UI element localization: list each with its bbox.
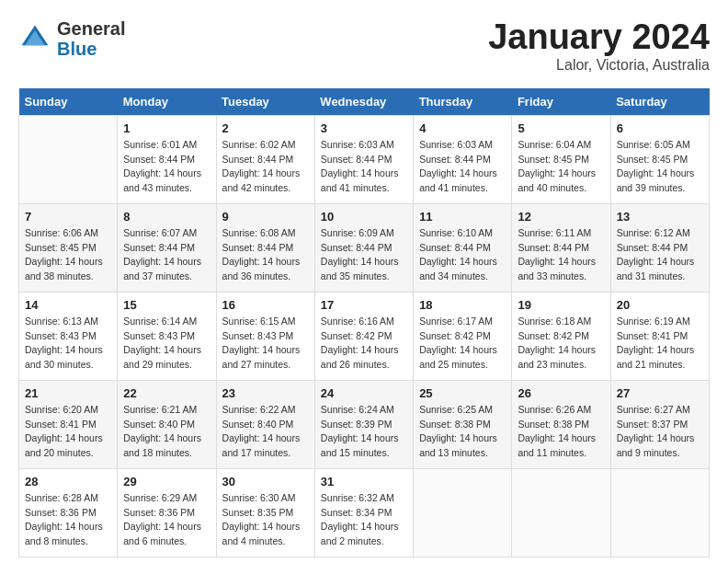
day-number: 23 <box>222 386 309 400</box>
day-info: Sunrise: 6:30 AM Sunset: 8:35 PM Dayligh… <box>222 491 309 549</box>
calendar-cell: 15Sunrise: 6:14 AM Sunset: 8:43 PM Dayli… <box>118 292 216 380</box>
day-info: Sunrise: 6:04 AM Sunset: 8:45 PM Dayligh… <box>518 138 604 196</box>
calendar-cell: 9Sunrise: 6:08 AM Sunset: 8:44 PM Daylig… <box>216 203 314 292</box>
day-info: Sunrise: 6:21 AM Sunset: 8:40 PM Dayligh… <box>123 403 210 461</box>
day-number: 20 <box>617 298 703 312</box>
day-number: 22 <box>123 386 210 400</box>
calendar-cell: 19Sunrise: 6:18 AM Sunset: 8:42 PM Dayli… <box>512 292 610 380</box>
day-header-thursday: Thursday <box>414 88 512 116</box>
calendar-cell: 22Sunrise: 6:21 AM Sunset: 8:40 PM Dayli… <box>118 380 216 468</box>
location: Lalor, Victoria, Australia <box>488 57 710 74</box>
calendar-cell: 21Sunrise: 6:20 AM Sunset: 8:41 PM Dayli… <box>19 380 118 468</box>
day-info: Sunrise: 6:16 AM Sunset: 8:42 PM Dayligh… <box>321 315 407 373</box>
calendar-cell: 12Sunrise: 6:11 AM Sunset: 8:44 PM Dayli… <box>512 203 610 292</box>
calendar-cell: 28Sunrise: 6:28 AM Sunset: 8:36 PM Dayli… <box>19 468 118 557</box>
calendar-cell <box>414 468 512 557</box>
day-number: 9 <box>222 210 309 224</box>
day-info: Sunrise: 6:11 AM Sunset: 8:44 PM Dayligh… <box>518 226 604 284</box>
calendar-week-row: 21Sunrise: 6:20 AM Sunset: 8:41 PM Dayli… <box>19 380 710 468</box>
day-number: 14 <box>25 298 111 312</box>
day-header-friday: Friday <box>512 88 610 116</box>
calendar-cell: 23Sunrise: 6:22 AM Sunset: 8:40 PM Dayli… <box>216 380 314 468</box>
day-info: Sunrise: 6:26 AM Sunset: 8:38 PM Dayligh… <box>518 403 604 461</box>
day-info: Sunrise: 6:19 AM Sunset: 8:41 PM Dayligh… <box>617 315 703 373</box>
day-info: Sunrise: 6:22 AM Sunset: 8:40 PM Dayligh… <box>222 403 309 461</box>
day-number: 21 <box>25 386 111 400</box>
day-number: 12 <box>518 210 604 224</box>
calendar-cell: 10Sunrise: 6:09 AM Sunset: 8:44 PM Dayli… <box>314 203 413 292</box>
calendar-cell <box>610 468 709 557</box>
day-header-wednesday: Wednesday <box>314 88 413 116</box>
day-header-sunday: Sunday <box>19 88 118 116</box>
calendar-cell: 16Sunrise: 6:15 AM Sunset: 8:43 PM Dayli… <box>216 292 314 380</box>
calendar-cell: 2Sunrise: 6:02 AM Sunset: 8:44 PM Daylig… <box>216 115 314 203</box>
day-header-tuesday: Tuesday <box>216 88 314 116</box>
calendar-cell: 17Sunrise: 6:16 AM Sunset: 8:42 PM Dayli… <box>314 292 413 380</box>
calendar-week-row: 1Sunrise: 6:01 AM Sunset: 8:44 PM Daylig… <box>19 115 710 203</box>
day-number: 30 <box>222 475 309 488</box>
day-number: 17 <box>321 298 407 312</box>
calendar-week-row: 7Sunrise: 6:06 AM Sunset: 8:45 PM Daylig… <box>19 203 710 292</box>
day-info: Sunrise: 6:10 AM Sunset: 8:44 PM Dayligh… <box>419 226 506 284</box>
day-info: Sunrise: 6:29 AM Sunset: 8:36 PM Dayligh… <box>123 491 210 549</box>
calendar-cell: 11Sunrise: 6:10 AM Sunset: 8:44 PM Dayli… <box>414 203 512 292</box>
calendar-cell: 6Sunrise: 6:05 AM Sunset: 8:45 PM Daylig… <box>610 115 709 203</box>
day-info: Sunrise: 6:03 AM Sunset: 8:44 PM Dayligh… <box>321 138 407 196</box>
day-number: 26 <box>518 386 604 400</box>
calendar-cell: 13Sunrise: 6:12 AM Sunset: 8:44 PM Dayli… <box>610 203 709 292</box>
calendar-cell <box>512 468 610 557</box>
day-number: 24 <box>321 386 407 400</box>
day-number: 13 <box>617 210 703 224</box>
day-info: Sunrise: 6:13 AM Sunset: 8:43 PM Dayligh… <box>25 315 111 373</box>
day-number: 4 <box>419 121 506 135</box>
calendar-cell: 4Sunrise: 6:03 AM Sunset: 8:44 PM Daylig… <box>414 115 512 203</box>
day-number: 25 <box>419 386 506 400</box>
day-number: 15 <box>123 298 210 312</box>
calendar-cell: 8Sunrise: 6:07 AM Sunset: 8:44 PM Daylig… <box>118 203 216 292</box>
day-number: 10 <box>321 210 407 224</box>
day-number: 1 <box>123 121 210 135</box>
day-number: 7 <box>25 210 111 224</box>
day-number: 8 <box>123 210 210 224</box>
calendar-week-row: 14Sunrise: 6:13 AM Sunset: 8:43 PM Dayli… <box>19 292 710 380</box>
day-info: Sunrise: 6:05 AM Sunset: 8:45 PM Dayligh… <box>617 138 703 196</box>
day-info: Sunrise: 6:20 AM Sunset: 8:41 PM Dayligh… <box>25 403 111 461</box>
day-info: Sunrise: 6:09 AM Sunset: 8:44 PM Dayligh… <box>321 226 407 284</box>
logo-text: General Blue <box>57 18 125 59</box>
calendar-cell: 25Sunrise: 6:25 AM Sunset: 8:38 PM Dayli… <box>414 380 512 468</box>
calendar-header-row: SundayMondayTuesdayWednesdayThursdayFrid… <box>19 88 710 116</box>
calendar-cell: 20Sunrise: 6:19 AM Sunset: 8:41 PM Dayli… <box>610 292 709 380</box>
calendar-cell: 26Sunrise: 6:26 AM Sunset: 8:38 PM Dayli… <box>512 380 610 468</box>
day-info: Sunrise: 6:02 AM Sunset: 8:44 PM Dayligh… <box>222 138 309 196</box>
day-info: Sunrise: 6:17 AM Sunset: 8:42 PM Dayligh… <box>419 315 506 373</box>
day-number: 27 <box>617 386 703 400</box>
month-title: January 2024 <box>488 18 710 57</box>
calendar-cell: 30Sunrise: 6:30 AM Sunset: 8:35 PM Dayli… <box>216 468 314 557</box>
day-number: 29 <box>123 475 210 488</box>
day-info: Sunrise: 6:03 AM Sunset: 8:44 PM Dayligh… <box>419 138 506 196</box>
calendar-cell: 3Sunrise: 6:03 AM Sunset: 8:44 PM Daylig… <box>314 115 413 203</box>
day-info: Sunrise: 6:07 AM Sunset: 8:44 PM Dayligh… <box>123 226 210 284</box>
day-number: 18 <box>419 298 506 312</box>
calendar-cell: 1Sunrise: 6:01 AM Sunset: 8:44 PM Daylig… <box>118 115 216 203</box>
calendar-cell: 18Sunrise: 6:17 AM Sunset: 8:42 PM Dayli… <box>414 292 512 380</box>
day-number: 6 <box>617 121 703 135</box>
day-info: Sunrise: 6:18 AM Sunset: 8:42 PM Dayligh… <box>518 315 604 373</box>
calendar-table: SundayMondayTuesdayWednesdayThursdayFrid… <box>18 88 710 557</box>
day-header-saturday: Saturday <box>610 88 709 116</box>
logo: General Blue <box>18 18 125 59</box>
day-info: Sunrise: 6:08 AM Sunset: 8:44 PM Dayligh… <box>222 226 309 284</box>
calendar-cell: 31Sunrise: 6:32 AM Sunset: 8:34 PM Dayli… <box>314 468 413 557</box>
day-info: Sunrise: 6:32 AM Sunset: 8:34 PM Dayligh… <box>321 491 407 549</box>
day-info: Sunrise: 6:06 AM Sunset: 8:45 PM Dayligh… <box>25 226 111 284</box>
calendar-cell <box>19 115 118 203</box>
day-number: 31 <box>321 475 407 488</box>
calendar-cell: 14Sunrise: 6:13 AM Sunset: 8:43 PM Dayli… <box>19 292 118 380</box>
calendar-cell: 5Sunrise: 6:04 AM Sunset: 8:45 PM Daylig… <box>512 115 610 203</box>
day-number: 19 <box>518 298 604 312</box>
day-info: Sunrise: 6:25 AM Sunset: 8:38 PM Dayligh… <box>419 403 506 461</box>
day-number: 16 <box>222 298 309 312</box>
calendar-cell: 7Sunrise: 6:06 AM Sunset: 8:45 PM Daylig… <box>19 203 118 292</box>
day-info: Sunrise: 6:24 AM Sunset: 8:39 PM Dayligh… <box>321 403 407 461</box>
calendar-week-row: 28Sunrise: 6:28 AM Sunset: 8:36 PM Dayli… <box>19 468 710 557</box>
